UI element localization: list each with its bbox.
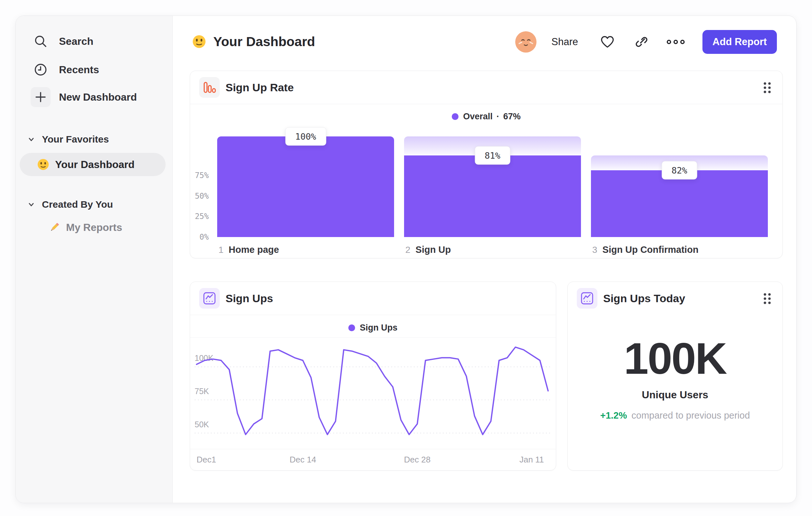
link-icon[interactable]	[630, 35, 653, 49]
sidebar-section-your-favorites[interactable]: Your Favorites	[26, 134, 109, 145]
avatar[interactable]	[515, 31, 537, 53]
sidebar-item-label: New Dashboard	[59, 91, 137, 103]
sidebar-section-created-by-you[interactable]: Created By You	[26, 199, 113, 210]
funnel-chart-icon	[199, 77, 220, 98]
y-axis-tick: 50%	[190, 192, 209, 200]
line-legend: Sign Ups	[190, 323, 556, 333]
page-title: Your Dashboard	[213, 34, 315, 49]
funnel-card: Sign Up Rate Overall · 67% 75%50%25%0% 1…	[190, 71, 783, 258]
conversion-tooltip: 100%	[285, 127, 326, 146]
section-title: Created By You	[42, 199, 113, 210]
line-series	[197, 347, 548, 434]
sidebar-item-label: Your Dashboard	[55, 159, 135, 171]
sidebar-item-label: Search	[59, 35, 93, 47]
x-axis-tick: Jan 11	[519, 455, 544, 465]
step-name: Sign Up Confirmation	[603, 244, 699, 255]
sidebar-item-recents[interactable]: Recents	[31, 60, 99, 80]
line-x-axis: Dec1Dec 14Dec 28Jan 11	[190, 455, 556, 468]
page-title-row: Your Dashboard	[192, 32, 315, 51]
card-title: Sign Ups Today	[603, 282, 685, 315]
x-axis-tick: Dec1	[197, 455, 216, 465]
divider	[190, 104, 782, 104]
divider	[190, 337, 556, 338]
y-axis-tick: 75%	[190, 171, 209, 180]
y-axis-tick: 50K	[195, 420, 209, 429]
sidebar-item-label: Recents	[59, 64, 99, 76]
card-title: Sign Ups	[226, 282, 273, 315]
metric-card: Sign Ups Today 100K Unique Users +1.2%co…	[568, 281, 783, 470]
add-report-button[interactable]: Add Report	[702, 30, 777, 54]
search-icon	[31, 31, 51, 51]
chevron-down-icon	[26, 200, 36, 209]
y-axis-tick: 25%	[190, 212, 209, 221]
line-plot-area: 100K75K50K	[190, 338, 556, 449]
step-name: Home page	[229, 244, 279, 255]
sidebar: Search Recents New Dashboard Your Favori	[16, 16, 173, 503]
section-title: Your Favorites	[42, 134, 109, 145]
step-index: 1	[219, 245, 224, 255]
funnel-plot-area: 100%81%82%	[217, 136, 768, 237]
delta-badge: +1.2%	[600, 410, 627, 420]
legend-dot	[348, 324, 355, 331]
clock-icon	[31, 60, 51, 80]
header-actions: Share Add Report	[515, 30, 777, 54]
app-window: Search Recents New Dashboard Your Favori	[16, 16, 796, 503]
share-button[interactable]: Share	[551, 36, 578, 48]
pencil-emoji	[48, 221, 61, 234]
conversion-tooltip: 82%	[662, 161, 697, 179]
line-card: Sign Ups Sign Ups 100K75K50K Dec1Dec 14D…	[190, 281, 556, 470]
sidebar-item-search[interactable]: Search	[31, 31, 93, 51]
line-card-header: Sign Ups	[190, 282, 556, 315]
funnel-bar[interactable]	[591, 170, 768, 237]
step-index: 2	[405, 245, 410, 255]
line-chart-icon	[199, 288, 220, 309]
funnel-step-label: 1Home page	[219, 244, 279, 255]
funnel-step-label: 2Sign Up	[405, 244, 451, 255]
funnel-bar[interactable]	[404, 156, 581, 237]
y-axis-tick: 75K	[195, 387, 209, 396]
metric-delta-row: +1.2%compared to previous period	[568, 410, 782, 421]
funnel-step-label: 3Sign Up Confirmation	[592, 244, 699, 255]
sidebar-item-your-dashboard[interactable]: Your Dashboard	[20, 153, 166, 176]
step-index: 3	[592, 245, 598, 255]
legend-series: Overall	[463, 112, 493, 121]
sidebar-item-label: My Reports	[66, 222, 122, 234]
x-axis-tick: Dec 28	[404, 455, 431, 465]
conversion-tooltip: 81%	[475, 146, 511, 165]
legend-series: Sign Ups	[359, 323, 397, 333]
funnel-card-header: Sign Up Rate	[190, 71, 782, 104]
heart-icon[interactable]	[596, 35, 619, 48]
delta-note: compared to previous period	[632, 410, 750, 420]
funnel-bar[interactable]	[217, 136, 394, 237]
drag-handle-icon[interactable]	[763, 293, 772, 305]
line-chart-icon	[577, 288, 598, 309]
y-axis-tick: 0%	[190, 233, 209, 242]
metric-card-header: Sign Ups Today	[568, 282, 782, 315]
plus-icon	[31, 87, 51, 107]
legend-value: 67%	[503, 112, 521, 121]
legend-dot	[452, 113, 459, 120]
sidebar-item-new-dashboard[interactable]: New Dashboard	[31, 87, 137, 107]
ellipsis-icon[interactable]	[664, 39, 687, 45]
smiley-emoji	[37, 158, 49, 171]
chevron-down-icon	[26, 134, 36, 144]
x-axis-tick: Dec 14	[290, 455, 316, 465]
divider	[190, 315, 556, 315]
sidebar-item-my-reports[interactable]: My Reports	[48, 221, 122, 234]
divider	[190, 449, 556, 449]
metric-label: Unique Users	[568, 389, 782, 401]
smiley-emoji	[192, 34, 206, 49]
funnel-legend: Overall · 67%	[190, 112, 782, 121]
card-title: Sign Up Rate	[226, 71, 294, 104]
step-name: Sign Up	[416, 244, 451, 255]
legend-separator: ·	[497, 112, 499, 121]
metric-value: 100K	[568, 333, 782, 384]
drag-handle-icon[interactable]	[763, 82, 772, 94]
